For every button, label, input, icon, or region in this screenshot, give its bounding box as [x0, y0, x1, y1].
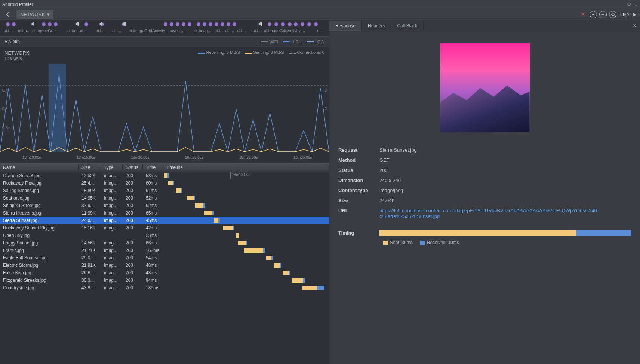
- table-row[interactable]: Eagle Fall Sunrise.jpg29.0...imag...2005…: [0, 254, 329, 262]
- col-status[interactable]: Status: [123, 165, 143, 170]
- event-label[interactable]: ui.Im...: [18, 28, 31, 33]
- event-label[interactable]: ui.I...: [253, 28, 264, 33]
- table-row[interactable]: Fitzgerald Streaks.jpg30.3...imag...2009…: [0, 277, 329, 284]
- cell-name: Foggy Sunset.jpg: [0, 240, 79, 246]
- col-timeline[interactable]: Timeline: [163, 165, 329, 170]
- zoom-in-button[interactable]: +: [599, 11, 607, 18]
- event-triangle-icon: [99, 22, 102, 26]
- table-row[interactable]: Frantic.jpg21.71Kimag...200162ms: [0, 247, 329, 254]
- chart-x-tick: 18m15.00s: [77, 155, 95, 160]
- cell-timeline: [163, 187, 329, 194]
- profiler-dropdown[interactable]: NETWORK ▾: [16, 10, 53, 19]
- event-label[interactable]: ui.I...: [237, 28, 248, 33]
- event-label[interactable]: ui.I...: [112, 28, 123, 33]
- event-dot: [48, 22, 52, 26]
- close-button[interactable]: ×: [579, 10, 587, 18]
- event-label[interactable]: ui.I...: [215, 28, 226, 33]
- event-dot: [227, 22, 230, 26]
- table-row[interactable]: Open Sky.jpg23ms: [0, 232, 329, 239]
- detail-value: 24.04K: [379, 198, 631, 203]
- detail-value[interactable]: https://lh5.googleusercontent.com/-dJgje…: [379, 208, 631, 219]
- cell-size: 11.99K: [79, 210, 101, 216]
- chart-subtitle: 1.25 MB/S: [4, 57, 22, 61]
- cell-status: 200: [123, 218, 143, 223]
- cell-time: 60ms: [143, 181, 163, 186]
- cell-size: 25.4...: [79, 181, 101, 186]
- events-timeline[interactable]: ui.I...ui.Im...ui.ImageGri...ui.Im...ui.…: [0, 20, 329, 37]
- table-row[interactable]: Seahorse.jpg14.95Kimag...20052ms: [0, 194, 329, 202]
- event-triangle-icon: [122, 22, 126, 26]
- event-label[interactable]: u...: [317, 28, 324, 33]
- event-label[interactable]: ui.I...: [4, 28, 15, 33]
- dropdown-label: NETWORK: [20, 12, 45, 17]
- table-row[interactable]: Rockaway Sunset Sky.jpg15.16Kimag...2004…: [0, 224, 329, 232]
- toolbar: NETWORK ▾ × − + ⟲ Live ▶|: [0, 9, 640, 20]
- chart-x-tick: 18m35.00s: [293, 155, 312, 160]
- response-image-preview: [440, 43, 530, 132]
- event-label[interactable]: ui.ImageGridActivity ...: [264, 28, 309, 33]
- tab-callstack[interactable]: Call Stack: [391, 21, 424, 31]
- reset-zoom-button[interactable]: ⟲: [609, 11, 616, 18]
- event-label[interactable]: ui.I...: [225, 28, 236, 33]
- event-triangle-icon: [75, 22, 79, 26]
- event-dot: [301, 22, 304, 26]
- chart-title: NETWORK: [4, 50, 29, 56]
- cell-type: imag...: [101, 255, 123, 260]
- cell-name: Fitzgerald Streaks.jpg: [0, 278, 79, 283]
- table-row[interactable]: Sailing Stones.jpg18.89Kimag...20061ms: [0, 187, 329, 194]
- tab-response[interactable]: Response: [329, 21, 362, 31]
- event-label[interactable]: ui.I...: [96, 28, 107, 33]
- col-size[interactable]: Size: [79, 165, 101, 170]
- timing-section: Timing Sent: 35ms Received: 10ms: [338, 230, 631, 245]
- network-chart[interactable]: NETWORK 1.25 MB/S Receiving: 0 MB/S Send…: [0, 47, 329, 163]
- cell-type: imag...: [101, 285, 123, 290]
- cell-timeline: [163, 247, 329, 254]
- cell-name: Rockaway Flow.jpg: [0, 181, 79, 186]
- tab-headers[interactable]: Headers: [362, 21, 391, 31]
- cell-size: 14.56K: [79, 240, 101, 246]
- col-name[interactable]: Name: [0, 165, 79, 170]
- cell-time: 65ms: [143, 210, 163, 216]
- col-type[interactable]: Type: [101, 165, 123, 170]
- detail-key: URL: [338, 208, 379, 219]
- col-time[interactable]: Time: [143, 165, 163, 170]
- cell-status: 200: [123, 210, 143, 216]
- gear-icon[interactable]: ⚙: [627, 1, 631, 7]
- table-row[interactable]: Rockaway Flow.jpg25.4...imag...20060ms: [0, 179, 329, 187]
- cell-status: 200: [123, 255, 143, 260]
- table-row[interactable]: Sierra Sunset.jpg24.0...imag...20045ms: [0, 217, 329, 224]
- cell-status: 200: [123, 240, 143, 246]
- event-label[interactable]: ui...: [80, 28, 90, 33]
- event-dot: [203, 22, 206, 26]
- table-row[interactable]: Sierra Heavens.jpg11.99Kimag...20065ms: [0, 209, 329, 217]
- chevron-down-icon: ▾: [47, 12, 50, 17]
- detail-field: URLhttps://lh5.googleusercontent.com/-dJ…: [338, 208, 631, 219]
- download-icon[interactable]: ⤓: [634, 1, 638, 7]
- table-row[interactable]: Orange Sunset.jpg12.52Kimag...20053ms18m…: [0, 172, 329, 179]
- cell-time: 162ms: [143, 248, 163, 253]
- table-row[interactable]: False Kiva.jpg26.6...imag...20048ms: [0, 269, 329, 277]
- table-row[interactable]: Electric Storm.jpg21.91Kimag...20048ms: [0, 262, 329, 269]
- table-row[interactable]: Shinjuku Street.jpg37.9...imag...20062ms: [0, 202, 329, 209]
- detail-field: Dimension240 x 240: [338, 178, 631, 183]
- cell-name: Eagle Fall Sunrise.jpg: [0, 255, 79, 260]
- cell-timeline: [163, 209, 329, 217]
- cell-type: imag...: [101, 270, 123, 275]
- event-label[interactable]: ui.ImageGridActivity - saved ...: [129, 28, 188, 33]
- zoom-out-button[interactable]: −: [590, 11, 597, 18]
- detail-value: 240 x 240: [379, 178, 631, 183]
- timing-label: Timing: [338, 230, 379, 245]
- back-button[interactable]: [2, 11, 14, 18]
- event-label[interactable]: ui.ImageGri...: [32, 28, 61, 33]
- table-row[interactable]: Countryside.jpg43.9...imag...200189ms: [0, 284, 329, 291]
- detail-field: Status200: [338, 167, 631, 173]
- jump-to-end-button[interactable]: ▶|: [633, 12, 638, 17]
- table-row[interactable]: Foggy Sunset.jpg14.56Kimag...20066ms: [0, 239, 329, 247]
- cell-type: imag...: [101, 263, 123, 268]
- cell-time: 62ms: [143, 203, 163, 208]
- close-detail-button[interactable]: ×: [629, 22, 640, 29]
- detail-value: image/jpeg: [379, 188, 631, 193]
- event-dot: [314, 22, 318, 26]
- event-label[interactable]: ui.Imag...: [194, 28, 215, 33]
- detail-field: Size24.04K: [338, 198, 631, 203]
